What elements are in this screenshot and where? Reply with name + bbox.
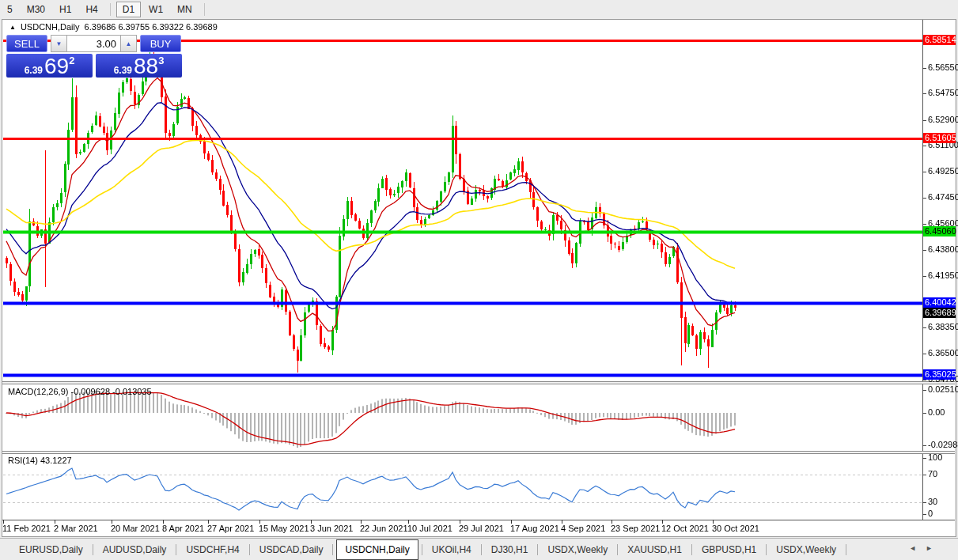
chart-ohlc-values: 6.39686 6.39755 6.39322 6.39689	[85, 22, 218, 32]
tab-separator	[332, 544, 333, 555]
price-level-badge: 6.45060	[923, 226, 956, 236]
sell-price-major: 6.39	[25, 65, 43, 76]
chart-tab-gbpusd-h1[interactable]: GBPUSD,H1	[694, 539, 764, 560]
tab-separator	[93, 544, 93, 555]
chart-tab-bar: EURUSD,DailyAUDUSD,DailyUSDCHF,H4USDCAD,…	[0, 538, 958, 560]
volume-increase-button[interactable]: ▲	[120, 35, 137, 52]
price-axis-tick: 6.41950	[928, 271, 958, 280]
date-axis-label: 20 Mar 2021	[111, 524, 160, 533]
chart-tab-usdchf-h4[interactable]: USDCHF,H4	[178, 539, 247, 560]
price-level-badge: 6.35025	[923, 369, 956, 380]
timeframe-button-5[interactable]: 5	[1, 2, 19, 17]
buy-price-major: 6.39	[114, 65, 132, 76]
date-axis-label: 17 Aug 2021	[510, 524, 559, 533]
date-axis-label: 2 Mar 2021	[54, 524, 98, 533]
macd-indicator-label: MACD(12,26,9) -0.009628 -0.013035	[8, 387, 152, 396]
tab-separator	[537, 544, 538, 555]
chart-tab-usdcnh-daily[interactable]: USDCNH,Daily	[336, 539, 418, 560]
chart-tab-usdx-weekly[interactable]: USDX,Weekly	[540, 539, 615, 560]
collapse-triangle-icon[interactable]: ▲	[9, 24, 16, 31]
date-axis-label: 11 Feb 2021	[2, 524, 51, 533]
one-click-trading-panel: SELL ▼ ▲ BUY 6.39 69 2 6.39 88 3	[6, 35, 182, 79]
rsi-axis-tick: 30	[928, 497, 937, 506]
chart-tab-usdx-weekly[interactable]: USDX,Weekly	[768, 539, 844, 560]
tab-separator	[766, 544, 767, 555]
buy-price-pipette: 3	[158, 55, 164, 66]
timeframe-button-d1[interactable]: D1	[116, 2, 141, 17]
date-axis-label: 30 Oct 2021	[712, 524, 759, 533]
price-level-badge: 6.51605	[923, 133, 956, 143]
sell-button[interactable]: SELL	[6, 35, 47, 52]
date-axis-label: 15 May 2021	[259, 524, 309, 533]
timeframe-button-h1[interactable]: H1	[53, 2, 78, 17]
tab-separator	[846, 544, 846, 555]
timeframe-toolbar: 5M30H1H4D1W1MN	[0, 0, 958, 18]
volume-input[interactable]	[67, 35, 120, 52]
chart-symbol-label: USDCNH,Daily	[21, 22, 80, 32]
date-axis-label: 12 Oct 2021	[661, 524, 709, 533]
sell-price-pips: 69	[44, 57, 69, 76]
price-axis-tick: 6.49250	[928, 166, 958, 176]
price-level-badge: 6.40042	[923, 297, 956, 308]
date-axis-label: 29 Jul 2021	[459, 524, 504, 533]
toolbar-separator	[204, 3, 205, 16]
tab-separator	[422, 544, 422, 555]
tab-scroll-left-icon[interactable]: ◄	[909, 544, 926, 552]
macd-axis-tick: 0.025108	[928, 384, 958, 394]
toolbar-separator	[110, 3, 111, 16]
price-axis-tick: 6.47450	[928, 192, 958, 202]
tab-scroll-right-icon[interactable]: ►	[926, 544, 942, 552]
chart-tab-ukoil-h4[interactable]: UKOil,H4	[424, 539, 479, 560]
sell-price-pipette: 2	[69, 55, 74, 66]
date-axis-label: 10 Jul 2021	[407, 524, 452, 533]
tab-scroll-arrows: ◄►	[909, 544, 942, 552]
price-axis-tick: 6.36500	[928, 348, 958, 358]
chart-tab-usdcad-daily[interactable]: USDCAD,Daily	[252, 539, 331, 560]
buy-price-tile[interactable]: 6.39 88 3	[96, 54, 182, 78]
date-axis-label: 3 Jun 2021	[310, 524, 353, 533]
buy-price-pips: 88	[134, 57, 158, 76]
timeframe-button-h4[interactable]: H4	[79, 2, 104, 17]
rsi-axis-tick: 100	[928, 452, 942, 462]
tab-separator	[249, 544, 250, 555]
price-level-badge: 6.58514	[923, 35, 956, 45]
date-axis-label: 23 Sep 2021	[611, 524, 660, 533]
macd-axis-tick: -0.029881	[928, 440, 958, 449]
price-axis-tick: 6.56550	[928, 62, 958, 72]
mt4-terminal: 5M30H1H4D1W1MN ▲USDCNH,Daily 6.39686 6.3…	[0, 0, 958, 560]
chart-tab-xauusd-h1[interactable]: XAUUSD,H1	[619, 539, 690, 560]
chart-canvas[interactable]	[0, 0, 958, 560]
buy-button[interactable]: BUY	[140, 35, 181, 52]
current-price-badge: 6.39689	[923, 308, 956, 318]
tab-separator	[176, 544, 176, 555]
chart-tab-dj30-h1[interactable]: DJ30,H1	[483, 539, 536, 560]
price-axis-tick: 6.54750	[928, 88, 958, 97]
timeframe-button-mn[interactable]: MN	[171, 2, 199, 17]
rsi-axis-tick: 0	[928, 509, 933, 518]
volume-decrease-button[interactable]: ▼	[51, 35, 67, 52]
tab-separator	[481, 544, 482, 555]
price-axis-tick: 6.38350	[928, 322, 958, 331]
macd-axis-tick: 0.00	[928, 407, 945, 417]
chart-tab-audusd-daily[interactable]: AUDUSD,Daily	[95, 539, 175, 560]
date-axis-label: 4 Sep 2021	[561, 524, 605, 533]
timeframe-button-m30[interactable]: M30	[21, 2, 51, 17]
price-axis-tick: 6.52900	[928, 115, 958, 124]
date-axis-label: 22 Jun 2021	[360, 524, 408, 533]
sell-price-tile[interactable]: 6.39 69 2	[6, 54, 93, 78]
rsi-axis-tick: 70	[928, 469, 937, 479]
chart-title: ▲USDCNH,Daily 6.39686 6.39755 6.39322 6.…	[9, 22, 218, 32]
date-axis-label: 27 Apr 2021	[207, 524, 254, 533]
rsi-indicator-label: RSI(14) 43.1227	[8, 456, 72, 465]
date-axis-label: 8 Apr 2021	[162, 524, 204, 533]
price-axis-tick: 6.43800	[928, 244, 958, 254]
tab-separator	[617, 544, 618, 555]
tab-separator	[691, 544, 692, 555]
timeframe-button-w1[interactable]: W1	[142, 2, 169, 17]
chart-tab-eurusd-daily[interactable]: EURUSD,Daily	[11, 539, 91, 560]
